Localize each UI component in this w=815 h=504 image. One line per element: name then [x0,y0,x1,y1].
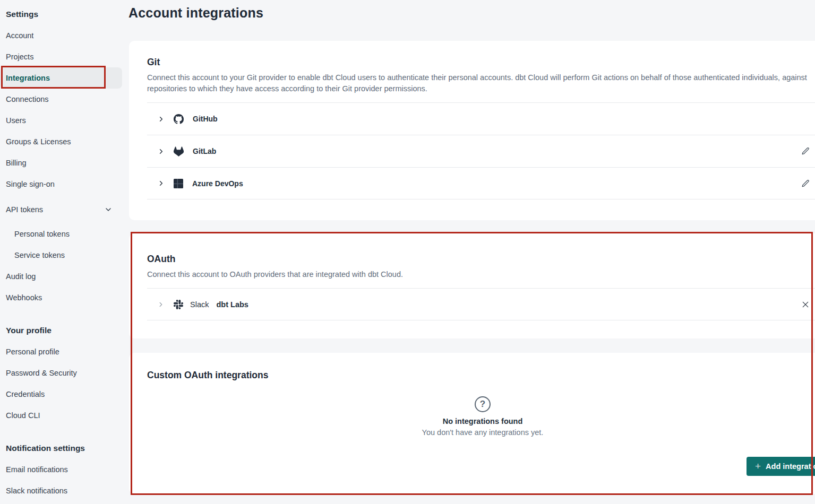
plus-icon: + [755,461,761,471]
oauth-provider-label: Slack [190,300,209,309]
git-section-heading: Git [147,41,815,68]
git-provider-label: GitLab [193,147,216,155]
sidebar-item-webhooks[interactable]: Webhooks [0,287,122,308]
oauth-section-description: Connect this account to OAuth providers … [147,269,815,280]
custom-oauth-heading: Custom OAuth integrations [147,353,815,381]
sidebar-item-personal-tokens[interactable]: Personal tokens [0,223,122,245]
add-integration-button[interactable]: + Add integration [747,457,815,476]
sidebar-item-users[interactable]: Users [0,110,122,131]
chevron-right-icon[interactable] [156,115,166,123]
sidebar-heading-settings: Settings [0,4,122,25]
page-title: Account integrations [128,5,263,21]
sidebar-item-account[interactable]: Account [0,25,122,46]
sidebar-item-connections[interactable]: Connections [0,89,122,110]
chevron-right-icon[interactable] [156,179,166,187]
custom-oauth-section-card: Custom OAuth integrations ? No integrati… [129,353,815,494]
git-section-card: Git Connect this account to your Git pro… [129,41,815,220]
git-provider-list: GitHub GitLab [147,102,815,199]
oauth-section-heading: OAuth [147,233,815,265]
oauth-integration-name: dbt Labs [216,300,248,309]
chevron-down-icon [104,205,113,214]
sidebar-item-email-notifications[interactable]: Email notifications [0,459,122,480]
slack-icon [174,300,183,309]
settings-sidebar: Settings Account Projects Integrations C… [0,0,123,501]
chevron-right-icon[interactable] [156,147,166,155]
sidebar-heading-notification-settings: Notification settings [0,438,122,459]
help-circle-icon: ? [475,396,491,412]
git-section-description: Connect this account to your Git provide… [147,72,815,94]
sidebar-item-audit-log[interactable]: Audit log [0,266,122,287]
close-icon[interactable] [801,300,810,309]
git-provider-label: Azure DevOps [192,179,243,188]
empty-state-title: No integrations found [371,417,594,425]
edit-pencil-icon[interactable] [801,147,810,156]
github-icon [174,114,184,124]
git-provider-row-github[interactable]: GitHub [147,102,815,135]
sidebar-item-cloud-cli[interactable]: Cloud CLI [0,405,122,426]
sidebar-item-projects[interactable]: Projects [0,46,122,67]
sidebar-heading-your-profile: Your profile [0,320,122,341]
oauth-section-card: OAuth Connect this account to OAuth prov… [129,233,815,338]
sidebar-item-credentials[interactable]: Credentials [0,384,122,405]
chevron-right-icon[interactable] [156,301,166,308]
edit-pencil-icon[interactable] [801,179,810,188]
oauth-integration-list: Slack dbt Labs [147,288,815,320]
gitlab-icon [174,146,184,157]
add-integration-label: Add integration [766,462,815,471]
oauth-row-slack[interactable]: Slack dbt Labs [147,288,815,320]
git-provider-row-gitlab[interactable]: GitLab [147,135,815,167]
sidebar-item-single-sign-on[interactable]: Single sign-on [0,173,122,195]
azure-devops-icon [174,179,183,188]
git-provider-label: GitHub [193,115,218,123]
sidebar-item-label: API tokens [6,205,43,214]
sidebar-item-password-security[interactable]: Password & Security [0,362,122,384]
sidebar-item-api-tokens[interactable]: API tokens [0,199,122,220]
git-provider-row-azure-devops[interactable]: Azure DevOps [147,167,815,199]
sidebar-item-personal-profile[interactable]: Personal profile [0,341,122,362]
empty-state-subtitle: You don't have any integrations yet. [371,428,594,437]
sidebar-item-integrations[interactable]: Integrations [0,67,122,89]
sidebar-item-service-tokens[interactable]: Service tokens [0,245,122,266]
sidebar-item-billing[interactable]: Billing [0,152,122,173]
empty-state: ? No integrations found You don't have a… [371,396,594,437]
sidebar-item-groups-licenses[interactable]: Groups & Licenses [0,131,122,152]
sidebar-item-slack-notifications[interactable]: Slack notifications [0,480,122,501]
